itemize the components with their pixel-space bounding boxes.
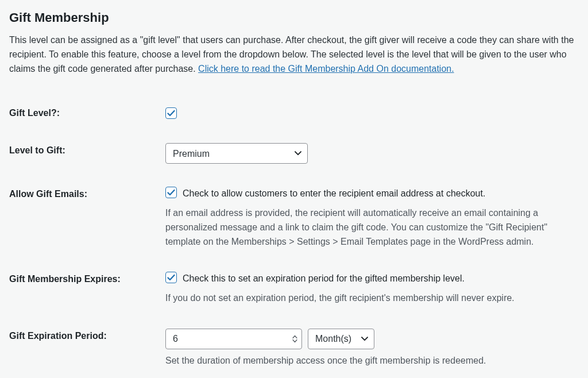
expiration-unit-select[interactable]: Month(s) [308,329,374,349]
gift-level-label: Gift Level?: [9,95,165,133]
level-to-gift-select-wrap: Premium [165,143,308,164]
documentation-link[interactable]: Click here to read the Gift Membership A… [198,64,454,74]
allow-gift-emails-text: Check to allow customers to enter the re… [183,187,485,201]
gift-expires-text: Check this to set an expiration period f… [183,272,465,286]
gift-expires-checkbox[interactable] [165,272,177,283]
expiration-period-label: Gift Expiration Period: [9,318,165,378]
gift-expires-label: Gift Membership Expires: [9,261,165,318]
gift-level-checkbox[interactable] [165,107,177,119]
section-title: Gift Membership [9,10,579,25]
check-icon [167,188,176,197]
level-to-gift-select[interactable]: Premium [165,143,308,164]
allow-gift-emails-help: If an email address is provided, the rec… [165,206,579,249]
check-icon [167,109,176,118]
expiration-period-help: Set the duration of membership access on… [165,354,579,368]
section-description: This level can be assigned as a "gift le… [9,33,579,76]
expiration-period-controls: Month(s) [165,329,579,349]
expiration-number-input[interactable] [165,329,302,349]
allow-gift-emails-field[interactable]: Check to allow customers to enter the re… [165,187,485,201]
expiration-number-wrap [165,329,302,349]
gift-expires-help: If you do not set an expiration period, … [165,291,579,306]
allow-gift-emails-checkbox[interactable] [165,187,177,198]
expiration-unit-select-wrap: Month(s) [308,329,374,349]
allow-gift-emails-label: Allow Gift Emails: [9,176,165,261]
gift-expires-field[interactable]: Check this to set an expiration period f… [165,272,465,286]
settings-form-table: Gift Level?: Level to Gift: Premium [9,95,579,378]
check-icon [167,273,176,282]
level-to-gift-label: Level to Gift: [9,133,165,176]
